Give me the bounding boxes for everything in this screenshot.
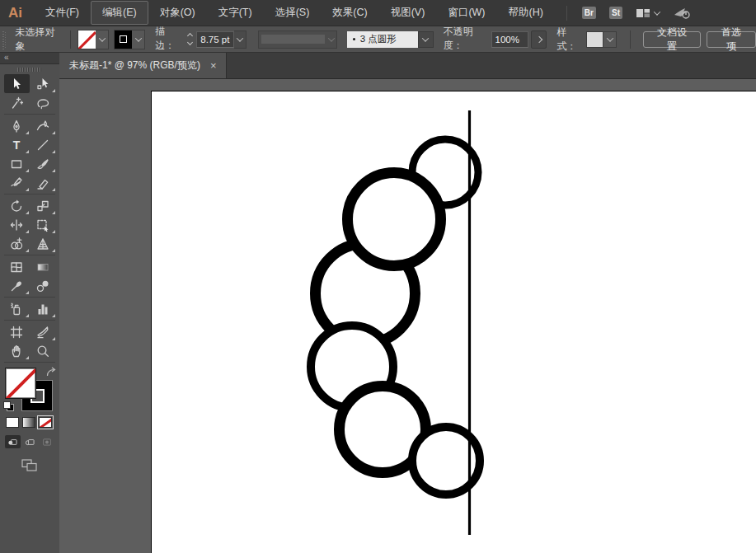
toolpanel-divider [4, 255, 55, 255]
direct-selection-tool[interactable] [31, 74, 56, 93]
flyout-indicator [52, 230, 55, 233]
workspace-layout-icon [636, 7, 650, 19]
canvas[interactable] [59, 79, 756, 553]
default-fill-stroke-icon[interactable] [3, 401, 14, 411]
document-setup-button[interactable]: 文档设置 [643, 31, 701, 48]
stroke-weight-dropdown[interactable] [234, 30, 247, 49]
stroke-weight-stepper[interactable] [185, 31, 195, 48]
magic-wand-tool[interactable] [4, 93, 30, 112]
toolpanel-divider [4, 297, 55, 298]
menu-object[interactable]: 对象(O) [148, 1, 207, 25]
artboard-tool-icon [9, 325, 24, 340]
gradient-button[interactable] [22, 417, 35, 428]
toolpanel-divider [4, 194, 55, 194]
color-button[interactable] [6, 417, 19, 428]
menu-select[interactable]: 选择(S) [264, 1, 322, 25]
zoom-tool[interactable] [31, 341, 56, 360]
menu-edit[interactable]: 编辑(E) [91, 1, 148, 25]
free-transform-tool[interactable] [31, 215, 56, 234]
fill-color-well[interactable] [5, 368, 36, 399]
menu-view[interactable]: 视图(V) [379, 1, 437, 25]
artboard-tool[interactable] [4, 322, 30, 341]
gradient-tool[interactable] [31, 257, 56, 276]
flyout-indicator [52, 89, 55, 92]
menu-effect[interactable]: 效果(C) [321, 1, 378, 25]
stroke-weight-input[interactable]: 8.75 pt [196, 31, 233, 48]
workspace: « T [0, 53, 756, 553]
menu-window[interactable]: 窗口(W) [436, 1, 496, 25]
more-options-button[interactable] [531, 30, 547, 49]
brush-definition-select[interactable]: 3 点圆形 [347, 31, 434, 48]
draw-behind-button[interactable] [22, 435, 38, 448]
none-button[interactable] [39, 417, 52, 428]
chevron-down-icon [654, 8, 660, 15]
pen-tool-icon [9, 119, 24, 134]
chevron-down-icon [327, 35, 334, 41]
controlbar-grip[interactable] [2, 30, 6, 49]
flyout-indicator [52, 150, 55, 153]
opacity-input[interactable]: 100% [491, 31, 528, 48]
document-tab[interactable]: 未标题-1* @ 97% (RGB/预览) × [59, 53, 227, 78]
rotate-tool-icon [9, 199, 24, 213]
chevron-down-icon [603, 31, 617, 48]
free-transform-tool-icon [35, 218, 50, 232]
draw-normal-button[interactable] [5, 435, 21, 448]
toolpanel-grip[interactable] [0, 64, 59, 74]
fill-color-dropdown[interactable] [77, 30, 109, 49]
graphic-style-dropdown[interactable] [586, 31, 617, 48]
type-tool[interactable]: T [4, 135, 30, 154]
stroke-color-dropdown[interactable] [114, 30, 145, 49]
menu-text[interactable]: 文字(T) [207, 1, 264, 25]
stroke-panel-link[interactable]: 描边： [155, 25, 181, 54]
hand-tool[interactable] [4, 341, 30, 360]
rotate-tool[interactable] [4, 196, 30, 215]
flyout-indicator [26, 249, 29, 252]
gpu-performance-icon[interactable] [673, 7, 691, 20]
blend-tool[interactable] [31, 276, 56, 295]
swap-fill-stroke-icon[interactable] [45, 367, 57, 377]
selection-tool[interactable] [4, 74, 30, 93]
menu-help[interactable]: 帮助(H) [497, 1, 555, 25]
column-graph-tool-icon [35, 302, 50, 316]
scale-tool[interactable] [31, 196, 56, 215]
symbol-sprayer-tool[interactable] [4, 299, 30, 318]
screen-mode-button[interactable] [0, 450, 59, 480]
scale-tool-icon [35, 199, 50, 213]
workspace-switcher[interactable] [636, 7, 660, 19]
flyout-indicator [26, 150, 29, 153]
flyout-indicator [26, 356, 29, 359]
blend-tool-icon [35, 279, 50, 293]
bridge-icon[interactable]: Br [582, 7, 596, 19]
menu-bar: Ai 文件(F)编辑(E)对象(O)文字(T)选择(S)效果(C)视图(V)窗口… [0, 0, 756, 26]
opacity-panel-link[interactable]: 不透明度： [444, 25, 487, 54]
artwork-circle-3[interactable] [348, 173, 441, 266]
width-profile-select-disabled [258, 30, 337, 49]
rectangle-tool[interactable] [4, 154, 30, 173]
slice-tool[interactable] [31, 322, 56, 341]
rectangle-tool-icon [9, 157, 24, 171]
paintbrush-tool[interactable] [31, 154, 56, 173]
shape-builder-tool[interactable] [4, 234, 30, 253]
menu-file[interactable]: 文件(F) [34, 1, 91, 25]
preferences-button[interactable]: 首选项 [707, 31, 756, 48]
symbol-sprayer-tool-icon [9, 302, 24, 316]
mesh-tool[interactable] [4, 257, 30, 276]
close-tab-icon[interactable]: × [210, 60, 217, 71]
eyedropper-tool[interactable] [4, 276, 30, 295]
toolpanel-collapse-button[interactable]: « [0, 53, 59, 64]
lasso-tool-icon [35, 96, 50, 110]
shaper-tool[interactable] [4, 173, 30, 192]
controlbar-divider [70, 30, 71, 49]
zoom-tool-icon [35, 344, 50, 359]
column-graph-tool[interactable] [31, 299, 56, 318]
pen-tool[interactable] [4, 116, 30, 135]
line-segment-tool[interactable] [31, 135, 56, 154]
style-label: 样式： [556, 26, 583, 54]
width-tool[interactable] [4, 215, 30, 234]
curvature-tool[interactable] [31, 116, 56, 135]
eraser-tool[interactable] [31, 173, 56, 192]
lasso-tool[interactable] [31, 93, 56, 112]
perspective-grid-tool[interactable] [31, 234, 56, 253]
app-logo: Ai [8, 5, 22, 21]
stock-icon[interactable]: St [609, 7, 622, 19]
